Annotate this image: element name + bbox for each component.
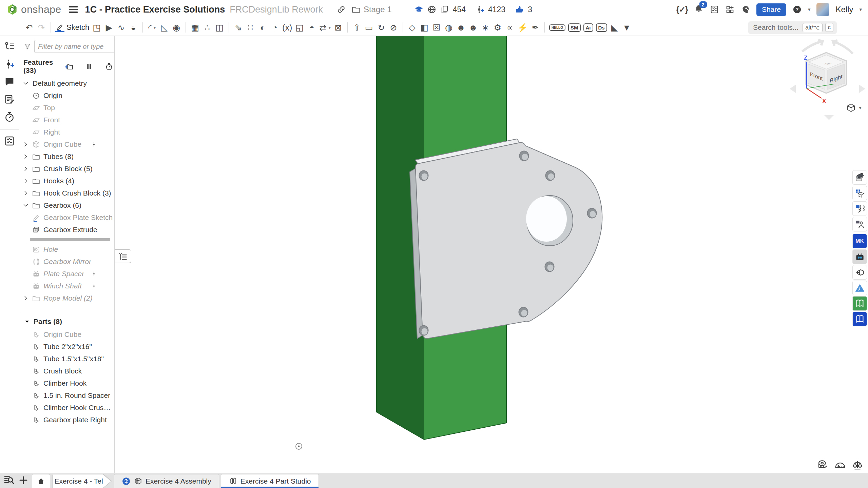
tool-appearance-button[interactable]: ◍ (443, 21, 455, 34)
tool-sketch-button[interactable]: Sketch (54, 21, 91, 34)
tool-ai-app-button[interactable]: Ai (582, 21, 595, 34)
tool-revolve-button[interactable]: ▶ (103, 21, 115, 34)
user-avatar[interactable] (816, 3, 829, 16)
feature-row[interactable]: Plate Spacer (19, 268, 114, 280)
help-icon[interactable]: ? (792, 5, 802, 14)
library-green-app-button[interactable] (852, 296, 867, 311)
tool-surface-cut-button[interactable]: ◓ (306, 21, 318, 34)
share-button[interactable]: Share (756, 3, 786, 16)
feature-row[interactable]: Top (19, 102, 114, 114)
fs-tables-app-button[interactable] (852, 217, 867, 231)
new-folder-icon[interactable] (65, 62, 73, 71)
versions-braces-icon[interactable]: {✓} (676, 5, 688, 14)
tape-measure-icon[interactable] (817, 459, 829, 471)
part-row[interactable]: Crush Block (19, 365, 114, 377)
apps-grid-icon[interactable] (725, 5, 735, 14)
tool-sweep-button[interactable]: ∿ (115, 21, 127, 34)
filter-funnel-icon[interactable] (23, 42, 32, 50)
home-tab[interactable] (32, 474, 50, 488)
tool-name-tag-button[interactable]: HELLO (548, 21, 567, 34)
notifications-bell[interactable]: 2 (694, 4, 703, 15)
chevron-right-icon[interactable] (22, 153, 30, 160)
tree-collapse-handle[interactable] (115, 249, 131, 263)
public-globe-icon[interactable] (427, 5, 437, 14)
tool-paint-app-button[interactable]: ◣ (609, 21, 621, 34)
tool-export-button[interactable]: ⇧ (351, 21, 363, 34)
feature-row[interactable]: Origin (19, 89, 114, 102)
feature-row[interactable]: Gearbox Plate Sketch (19, 211, 114, 224)
rollback-bar[interactable] (19, 236, 114, 243)
tool-mirror-button[interactable]: ◫ (213, 21, 226, 34)
tool-sm-app-button[interactable]: SM (567, 21, 582, 34)
tool-hole-button[interactable]: ◉ (170, 21, 182, 34)
altium-app-button[interactable] (852, 281, 867, 295)
properties-panel-button[interactable] (4, 135, 15, 147)
history-count-icon[interactable] (475, 5, 485, 14)
chevron-right-icon[interactable] (22, 141, 30, 148)
learning-head-icon[interactable] (741, 5, 750, 14)
config-tables-app-button[interactable] (852, 201, 867, 216)
part-row[interactable]: Gearbox plate Right (19, 414, 114, 426)
regen-performance-icon[interactable] (105, 62, 113, 71)
feature-row[interactable]: Default geometry (19, 77, 114, 89)
notes-panel-button[interactable] (4, 94, 15, 105)
link-icon[interactable] (336, 5, 346, 14)
tab-exercise-4-assembly[interactable]: Exercise 4 Assembly (114, 474, 219, 488)
library-blue-app-button[interactable] (852, 312, 867, 326)
feature-row[interactable]: Rope Model (2) (19, 292, 114, 304)
tool-featurescript-robot-1-button[interactable]: ☻ (455, 21, 467, 34)
origin-marker[interactable] (296, 443, 302, 449)
feature-row[interactable]: Crush Block (5) (19, 163, 114, 175)
tool-loft-button[interactable]: ◒ (127, 21, 139, 34)
tool-delete-face-button[interactable]: ⊘ (387, 21, 400, 34)
rollback-bar-handle[interactable] (30, 238, 110, 241)
tool-split-button[interactable]: ◔ (269, 21, 281, 34)
protractor-icon[interactable] (834, 459, 846, 471)
tool-chamfer-button[interactable]: ◺ (158, 21, 170, 34)
add-tab-button[interactable] (18, 475, 28, 485)
feature-row[interactable]: Gearbox (6) (19, 199, 114, 211)
feature-row[interactable]: Winch Shaft (19, 280, 114, 292)
configuration-dots-icon[interactable] (91, 269, 97, 279)
tool-variable-button[interactable]: (x) (281, 21, 293, 34)
part-row[interactable]: Tube 2"x2"x16" (19, 341, 114, 353)
tasks-checklist-icon[interactable] (710, 5, 719, 14)
tool-import-button[interactable]: ⇘ (232, 21, 244, 34)
tool-delete-part-button[interactable]: ⊠ (332, 21, 344, 34)
comments-panel-button[interactable] (4, 76, 15, 87)
gearbox-plate-part[interactable] (410, 139, 602, 339)
plate-bearing-hole[interactable] (526, 196, 573, 246)
feature-row[interactable]: Origin Cube (19, 138, 114, 150)
main-menu-button[interactable] (69, 6, 78, 13)
workspace-folder-icon[interactable] (351, 5, 361, 14)
tool-redo-button[interactable]: ↷ (35, 21, 47, 34)
education-icon[interactable] (414, 5, 424, 14)
tool-plane-button[interactable]: ◱ (293, 21, 306, 34)
derived-app-button[interactable] (852, 265, 867, 280)
tool-named-views-button[interactable]: ⚄ (430, 21, 443, 34)
user-name[interactable]: Kelly (835, 5, 853, 14)
tool-marker-button[interactable]: ✒ (529, 21, 541, 34)
tool-boolean-button[interactable]: ◐ (256, 21, 269, 34)
likes-icon[interactable] (515, 5, 524, 14)
search-tabs-icon[interactable] (3, 474, 15, 486)
part-row[interactable]: 1.5 in. Round Spacer (19, 389, 114, 402)
part-row[interactable]: Tube 1.5"x1.5"x18" (19, 353, 114, 365)
tool-ds-app-button[interactable]: Ds (595, 21, 609, 34)
feature-row[interactable]: Hook Crush Block (3) (19, 187, 114, 199)
part-row[interactable]: Origin Cube (19, 328, 114, 341)
appearance-panel-button[interactable] (852, 170, 867, 185)
tool-section-view-button[interactable]: ◧ (418, 21, 430, 34)
3d-viewport[interactable] (0, 0, 868, 488)
tool-electrical-button[interactable]: ⚡ (516, 21, 529, 34)
frames-app-button[interactable] (852, 186, 867, 200)
configuration-dots-icon[interactable] (91, 281, 97, 291)
tool-print-app-button[interactable]: ▼ (621, 21, 633, 34)
tool-sheet-metal-button[interactable]: ▭ (363, 21, 375, 34)
tool-composite-part-button[interactable]: ∷ (244, 21, 256, 34)
chevron-right-icon[interactable] (22, 189, 30, 197)
filter-input[interactable] (34, 40, 115, 53)
feature-row[interactable]: Front (19, 114, 114, 126)
configuration-dots-icon[interactable] (91, 140, 97, 149)
part-row[interactable]: Climber Hook Crush B... (19, 402, 114, 414)
